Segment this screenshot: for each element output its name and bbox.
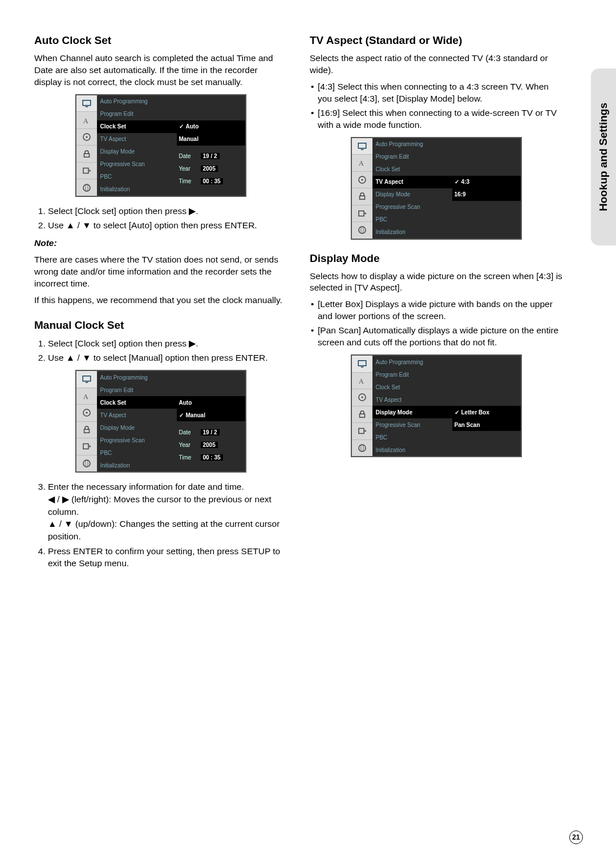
osd-item: Program Edit [372,151,452,163]
text-icon: A [76,112,97,129]
network-icon [76,455,97,472]
svg-rect-31 [360,367,363,368]
rec-icon [76,438,97,455]
lock-icon [76,146,97,163]
osd-item-selected: Clock Set [97,396,177,409]
display-mode-bullets: [Letter Box] Displays a wide picture wit… [310,299,562,349]
list-item: Use ▲ / ▼ to select [Auto] option then p… [48,219,287,232]
osd-item-selected: TV Aspect [372,176,452,188]
osd-item: TV Aspect [97,409,177,421]
osd-item: Auto Programming [97,95,177,108]
osd-option-169: 16:9 [452,188,521,201]
network-icon [352,440,372,457]
network-icon [352,222,372,239]
osd-item-selected: Clock Set [97,120,177,133]
osd-item: Initialization [372,443,452,456]
svg-point-29 [360,227,363,233]
list-item: Use ▲ / ▼ to select [Manual] option then… [48,352,287,364]
svg-rect-36 [359,429,364,434]
osd-option-auto: Auto [177,120,245,133]
lock-icon [352,406,372,424]
osd-option-manual: Manual [177,133,245,146]
svg-rect-5 [84,154,89,157]
osd-options: Auto Manual Date19 / 2 Year2005 Time00 :… [177,371,245,471]
tv-icon [352,356,372,373]
osd-item: Progressive Scan [97,158,177,171]
list-item: [16:9] Select this when connecting to a … [310,107,562,131]
disc-icon [76,129,97,146]
osd-options: 4:3 16:9 [452,138,521,239]
osd-item: Display Mode [372,188,452,201]
osd-time-row: Time00 : 35 [177,175,245,188]
osd-option-auto: Auto [177,396,245,409]
tv-icon [76,95,97,112]
osd-item: PBC [97,446,177,459]
manual-clock-steps-12: Select [Clock set] option then press ▶. … [34,337,287,364]
paragraph-display-mode: Selects how to display a wide picture on… [310,271,562,295]
rec-icon [352,423,372,440]
osd-item: Clock Set [372,163,452,176]
disc-icon [352,172,372,189]
svg-rect-10 [83,376,91,381]
right-column: TV Aspect (Standard or Wide) Selects the… [310,34,582,575]
osd-item: TV Aspect [97,133,177,146]
list-item: Press ENTER to confirm your setting, the… [48,545,287,570]
svg-rect-6 [83,168,88,174]
svg-point-18 [83,460,90,467]
heading-tv-aspect: TV Aspect (Standard or Wide) [310,34,562,47]
svg-text:A: A [83,392,88,400]
svg-rect-16 [83,444,88,449]
svg-rect-35 [359,414,364,417]
network-icon [76,179,97,196]
osd-item: Auto Programming [372,138,452,151]
list-item: [Pan Scan] Automatically displays a wide… [310,325,562,349]
svg-point-8 [83,184,90,191]
paragraph-tv-aspect: Selects the aspect ratio of the connecte… [310,53,562,76]
osd-display-mode: A Auto Programming Program Edit Clock Se… [351,354,522,457]
osd-date-row: Date19 / 2 [177,426,245,438]
heading-auto-clock-set: Auto Clock Set [34,34,287,47]
text-icon: A [352,155,372,172]
osd-options: Letter Box Pan Scan [452,356,521,456]
page-number: 21 [572,833,579,841]
svg-point-9 [85,184,88,191]
page-number-badge: 21 [569,830,583,844]
text-icon: A [352,373,372,390]
osd-tv-aspect: A Auto Programming Program Edit Clock Se… [351,137,522,240]
osd-option-manual: Manual [177,409,245,421]
svg-marker-17 [89,445,91,448]
osd-option-letterbox: Letter Box [452,406,521,418]
list-item: Select [Clock set] option then press ▶. [48,337,287,350]
osd-item: Initialization [97,459,177,471]
osd-item: Initialization [97,183,177,196]
svg-point-4 [86,136,87,138]
section-tab: Hookup and Settings [591,68,616,245]
osd-menu-list: Auto Programming Program Edit Clock Set … [372,138,452,239]
svg-text:A: A [359,159,364,167]
list-item: [4:3] Select this when connecting to a 4… [310,81,562,105]
disc-icon [352,389,372,406]
osd-options: Auto Manual Date19 / 2 Year2005 Time00 :… [177,95,245,196]
text-icon: A [76,388,97,405]
osd-menu-list: Auto Programming Program Edit Clock Set … [97,95,177,196]
list-item: Select [Clock set] option then press ▶. [48,205,287,217]
svg-rect-11 [85,382,88,384]
svg-rect-20 [358,143,366,148]
svg-rect-15 [84,429,89,433]
svg-rect-21 [360,149,363,150]
osd-item: PBC [372,431,452,443]
osd-clock-set-manual: A Auto Programming Program Edit Clock Se… [75,370,246,473]
list-item: [Letter Box] Displays a wide picture wit… [310,299,562,322]
rec-icon [76,163,97,180]
osd-clock-set-auto: A Auto Programming Program Edit Clock Se… [75,94,246,197]
heading-display-mode: Display Mode [310,252,562,265]
osd-item: Progressive Scan [372,418,452,431]
tv-aspect-bullets: [4:3] Select this when connecting to a 4… [310,81,562,131]
osd-item: PBC [372,213,452,226]
osd-item: TV Aspect [372,393,452,406]
osd-menu-list: Auto Programming Program Edit Clock Set … [97,371,177,471]
osd-item: Program Edit [97,108,177,120]
osd-year-row: Year2005 [177,438,245,451]
note-label: Note: [34,237,287,249]
manual-clock-steps-34: Enter the necessary information for date… [34,481,287,570]
